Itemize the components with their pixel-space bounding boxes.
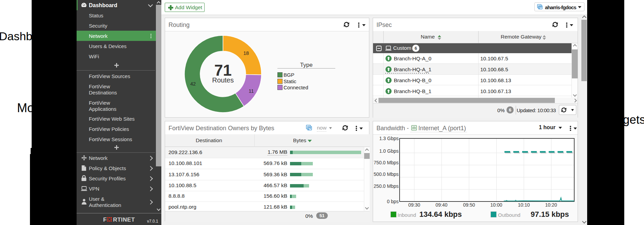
svg-text:42: 42 (190, 81, 196, 87)
svg-text:Routes: Routes (212, 76, 234, 84)
svg-text:11: 11 (248, 88, 254, 94)
svg-text:18: 18 (243, 50, 249, 56)
